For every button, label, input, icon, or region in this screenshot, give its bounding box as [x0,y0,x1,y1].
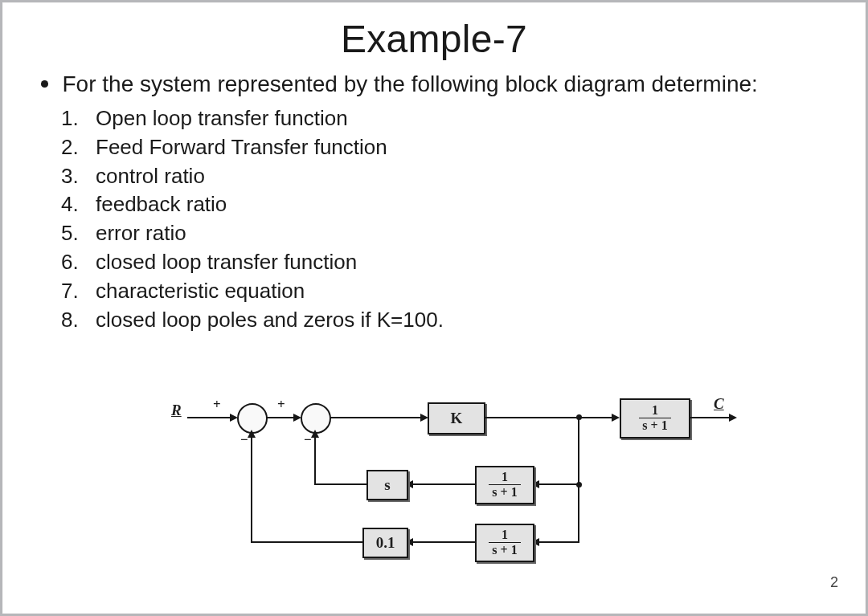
block-outer-feedback-tf-label: 1 s + 1 [489,528,520,557]
wire [538,483,579,485]
block-outer-feedback-gain-label: 0.1 [376,534,395,552]
arrow-icon [311,426,319,438]
list-item: feedback ratio [84,190,832,219]
slide-number: 2 [830,574,838,591]
sum1-plus-sign: + [213,397,221,413]
list-item: Open loop transfer function [84,104,832,133]
block-k-label: K [451,410,463,427]
block-inner-feedback-tf-label: 1 s + 1 [489,471,520,500]
wire [314,432,316,485]
wire [412,483,475,485]
wire [484,417,613,418]
wire [578,485,579,543]
prompt-bullet: For the system represented by the follow… [41,69,832,100]
wire [266,417,295,418]
block-inner-feedback-s: s [366,470,408,500]
wire [314,483,366,485]
block-outer-feedback-tf: 1 s + 1 [475,524,534,562]
question-list: Open loop transfer function Feed Forward… [84,104,832,335]
list-item: error ratio [84,219,832,248]
output-label: C [714,395,724,413]
block-output-tf: 1 s + 1 [620,398,690,439]
block-diagram: R + − + − K 1 s + 1 [155,392,766,585]
list-item: control ratio [84,162,832,191]
wire [251,432,252,543]
slide-page: Example-7 For the system represented by … [0,0,868,616]
slide-title: Example-7 [36,17,832,61]
wire [412,541,475,543]
prompt-text: For the system represented by the follow… [63,69,833,100]
block-k: K [428,402,485,434]
input-label: R [171,402,182,419]
list-item: closed loop transfer function [84,248,832,277]
list-item: closed loop poles and zeros if K=100. [84,306,832,335]
wire [538,541,579,543]
bullet-dot-icon [41,80,48,88]
sum2-plus-sign: + [277,397,285,413]
arrow-icon [729,414,737,422]
wire [689,417,731,418]
block-output-tf-label: 1 s + 1 [639,404,670,433]
block-inner-feedback-s-label: s [384,476,390,494]
arrow-icon [612,414,620,422]
wire [251,541,362,543]
list-item: characteristic equation [84,277,832,306]
block-outer-feedback-gain: 0.1 [362,528,408,558]
wire [330,417,422,418]
wire [187,417,231,418]
wire [578,418,579,484]
list-item: Feed Forward Transfer function [84,133,832,162]
block-inner-feedback-tf: 1 s + 1 [475,466,534,504]
arrow-icon [248,426,256,438]
